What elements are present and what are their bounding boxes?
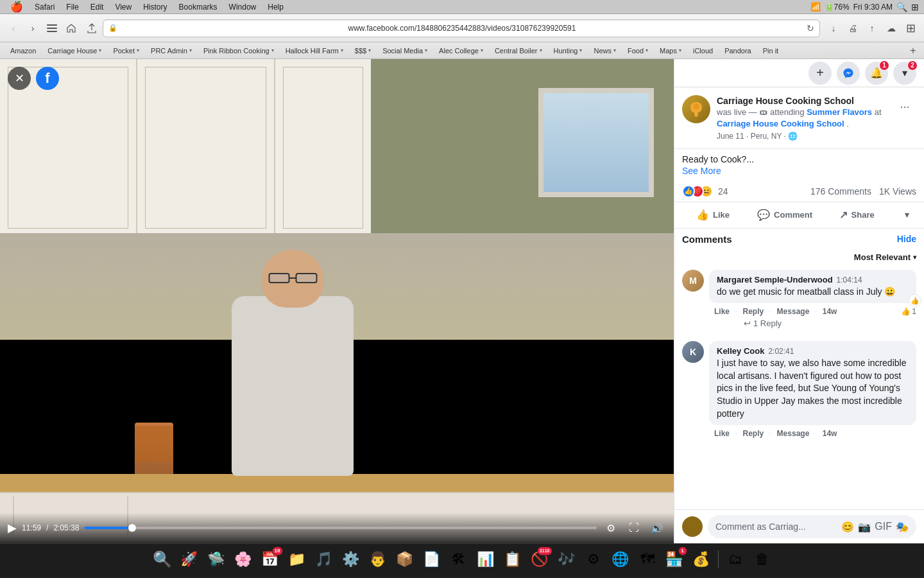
bookmarks-menu[interactable]: Bookmarks [174, 0, 223, 14]
comment-author-2[interactable]: Kelley Cook [717, 346, 764, 356]
dock-maps[interactable]: 🗺 [635, 547, 660, 572]
file-menu[interactable]: File [61, 0, 83, 14]
dock-block[interactable]: 🚫 2110 [527, 547, 552, 572]
help-menu[interactable]: Help [262, 0, 289, 14]
bookmark-icloud[interactable]: iCloud [688, 44, 718, 57]
see-more-button[interactable]: See More [682, 166, 916, 176]
dock-trash[interactable]: 🗑 [749, 547, 775, 572]
replies-expand-1[interactable]: ↩ 1 Reply [709, 317, 916, 331]
dock-safari[interactable]: 🌐 [608, 547, 633, 572]
back-button[interactable]: ‹ [5, 20, 22, 37]
share-button[interactable]: ↗ Share [821, 204, 893, 227]
dock-dropbox[interactable]: 📦 [392, 547, 418, 572]
search-icon[interactable]: 🔍 [896, 2, 907, 12]
post-author[interactable]: Carriage House Cooking School [717, 95, 887, 107]
dock-rocket[interactable]: 🛸 [203, 547, 229, 572]
dock-settings[interactable]: ⚙️ [338, 547, 364, 572]
post-more-button[interactable]: ··· [893, 95, 916, 118]
close-video-button[interactable]: ✕ [8, 67, 31, 90]
bookmark-pin-it[interactable]: Pin it [758, 44, 783, 57]
fullscreen-button[interactable]: ⛶ [625, 519, 643, 537]
home-button[interactable] [63, 20, 80, 37]
settings-button[interactable]: ⚙ [602, 519, 620, 537]
dock-photos[interactable]: 🌸 [230, 547, 256, 572]
hide-comments-button[interactable]: Hide [897, 234, 916, 244]
dock-prefs[interactable]: ⚙ [581, 547, 606, 572]
download-button[interactable]: ↓ [825, 20, 842, 37]
like-button[interactable]: 👍 Like [677, 204, 749, 227]
forward-button[interactable]: › [24, 20, 41, 37]
comment-avatar-2[interactable]: K [682, 341, 704, 363]
reload-button[interactable]: ↻ [807, 23, 814, 33]
bookmarks-add-button[interactable]: + [907, 45, 919, 57]
dock-app-store[interactable]: 🏪 1 [662, 547, 687, 572]
bookmark-hallock[interactable]: Hallock Hill Farm ▾ [280, 44, 348, 57]
bookmark-pandora[interactable]: Pandora [719, 44, 757, 57]
camera-icon[interactable]: 📷 [858, 521, 871, 533]
fb-notifications-button[interactable]: 🔔 1 [865, 62, 888, 85]
print-button[interactable]: 🖨 [844, 20, 861, 37]
bookmark-carriage-house[interactable]: Carriage House ▾ [42, 44, 107, 57]
comment-message-2[interactable]: Message [777, 429, 810, 438]
sidebar-toggle-button[interactable] [44, 20, 60, 37]
bookmark-alec-college[interactable]: Alec College ▾ [434, 44, 488, 57]
bookmark-news[interactable]: News ▾ [588, 44, 621, 57]
bookmark-food[interactable]: Food ▾ [622, 44, 653, 57]
bookmark-pocket[interactable]: Pocket ▾ [108, 44, 144, 57]
bookmark-money[interactable]: $$$ ▾ [350, 44, 376, 57]
fb-messenger-button[interactable] [837, 62, 860, 85]
progress-bar[interactable] [84, 527, 597, 529]
comment-button[interactable]: 💬 Comment [749, 204, 821, 227]
share-button[interactable] [83, 20, 100, 37]
sort-bar[interactable]: Most Relevant ▾ [674, 250, 924, 267]
new-tab-button[interactable]: ⊞ [902, 20, 919, 37]
volume-button[interactable]: 🔊 [648, 519, 666, 537]
dock-face[interactable]: 👨 [365, 547, 391, 572]
facebook-logo[interactable]: f [36, 67, 59, 90]
comment-avatar-1[interactable]: M [682, 270, 704, 292]
dock-music[interactable]: 🎵 [311, 547, 337, 572]
dock-acrobat[interactable]: 📄 [419, 547, 445, 572]
window-menu[interactable]: Window [224, 0, 262, 14]
control-center-icon[interactable]: ⊞ [911, 2, 919, 12]
comment-like-2[interactable]: Like [714, 429, 730, 438]
dock-calendar[interactable]: 📅 18 [257, 547, 283, 572]
sticker-icon[interactable]: 🎭 [896, 521, 909, 533]
dock-reminders[interactable]: 📋 [500, 547, 526, 572]
emoji-icon[interactable]: 😊 [841, 521, 854, 533]
safari-menu[interactable]: Safari [30, 0, 60, 14]
bookmark-pink-ribbon[interactable]: Pink Ribbon Cooking ▾ [198, 44, 279, 57]
post-location[interactable]: Carriage House Cooking School [717, 119, 844, 128]
bookmark-social-media[interactable]: Social Media ▾ [377, 44, 432, 57]
bookmark-maps[interactable]: Maps ▾ [654, 44, 687, 57]
bookmark-amazon[interactable]: Amazon [5, 44, 41, 57]
play-button[interactable]: ▶ [8, 521, 17, 535]
video-player[interactable]: ✕ f ▶ 11:59 / 2:05:38 ⚙ ⛶ 🔊 [0, 59, 674, 543]
fb-add-button[interactable]: + [809, 62, 832, 85]
dock-spotify[interactable]: 🎶 [554, 547, 579, 572]
comment-input-box[interactable]: Comment as Carriag... 😊 📷 GIF 🎭 [708, 515, 916, 538]
dock-finder2[interactable]: 🗂 [723, 547, 748, 572]
comment-reply-1[interactable]: Reply [742, 307, 764, 316]
comment-author-1[interactable]: Margaret Semple-Underwood [717, 275, 833, 285]
post-avatar[interactable] [682, 95, 710, 123]
comment-message-1[interactable]: Message [777, 307, 810, 316]
dock-tools[interactable]: 🛠 [446, 547, 472, 572]
dock-files[interactable]: 📁 [284, 547, 310, 572]
fb-menu-button[interactable]: ▾ 2 [893, 62, 916, 85]
gif-icon[interactable]: GIF [875, 521, 892, 533]
post-event-name[interactable]: Summer Flavors [807, 107, 872, 117]
comment-reply-2[interactable]: Reply [742, 429, 764, 438]
comments-count[interactable]: 176 Comments [810, 186, 871, 197]
icloud-button[interactable]: ☁ [883, 20, 900, 37]
bookmark-central-boiler[interactable]: Central Boiler ▾ [490, 44, 547, 57]
view-menu[interactable]: View [110, 0, 137, 14]
dock-qb[interactable]: 💰 [689, 547, 714, 572]
more-reactions-button[interactable]: ▾ [893, 204, 921, 227]
comment-like-1[interactable]: Like [714, 307, 730, 316]
bookmark-hunting[interactable]: Hunting ▾ [549, 44, 588, 57]
share-action-button[interactable]: ↑ [864, 20, 880, 37]
address-bar[interactable]: 🔒 www.facebook.com/1848806235442883/vide… [103, 19, 820, 37]
history-menu[interactable]: History [138, 0, 172, 14]
url-text[interactable]: www.facebook.com/1848806235442883/videos… [120, 24, 804, 33]
